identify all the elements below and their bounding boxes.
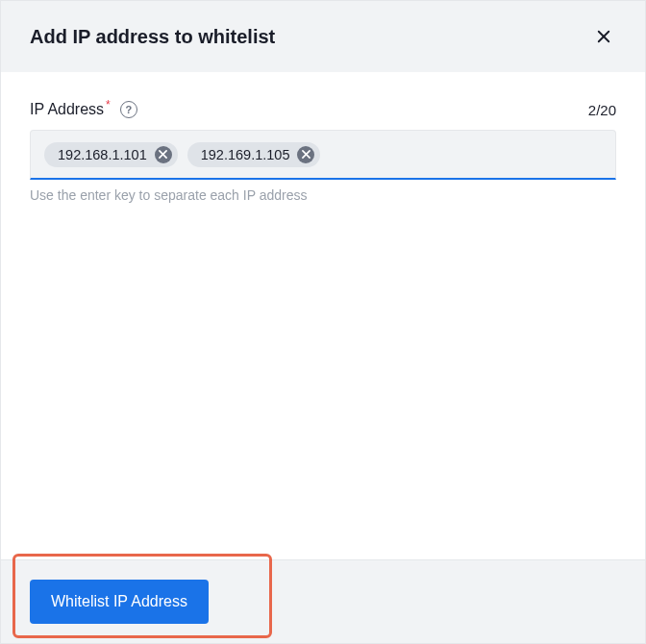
whitelist-ip-dialog: Add IP address to whitelist IP Address* … (0, 0, 646, 644)
ip-chip-label: 192.168.1.101 (58, 147, 147, 162)
dialog-header: Add IP address to whitelist (1, 1, 645, 72)
dialog-footer: Whitelist IP Address (1, 559, 645, 643)
field-label-group: IP Address* ? (30, 101, 137, 118)
remove-icon (302, 150, 311, 159)
ip-address-label-text: IP Address (30, 101, 104, 117)
field-label-row: IP Address* ? 2/20 (30, 101, 616, 118)
ip-chip-label: 192.169.1.105 (201, 147, 290, 162)
ip-chip: 192.169.1.105 (187, 142, 321, 167)
dialog-body: IP Address* ? 2/20 192.168.1.101 192.169… (1, 72, 645, 559)
remove-chip-button[interactable] (155, 146, 172, 163)
close-icon (595, 28, 612, 45)
close-button[interactable] (591, 24, 616, 49)
remove-icon (159, 150, 167, 159)
remove-chip-button[interactable] (297, 146, 314, 163)
help-icon[interactable]: ? (120, 101, 137, 118)
required-indicator: * (106, 98, 111, 111)
ip-address-label: IP Address* (30, 101, 109, 118)
ip-chip: 192.168.1.101 (44, 142, 178, 167)
whitelist-ip-button[interactable]: Whitelist IP Address (30, 580, 209, 624)
ip-chip-input[interactable]: 192.168.1.101 192.169.1.105 (30, 130, 616, 180)
input-hint: Use the enter key to separate each IP ad… (30, 187, 616, 203)
dialog-title: Add IP address to whitelist (30, 26, 275, 48)
ip-counter: 2/20 (588, 102, 616, 118)
